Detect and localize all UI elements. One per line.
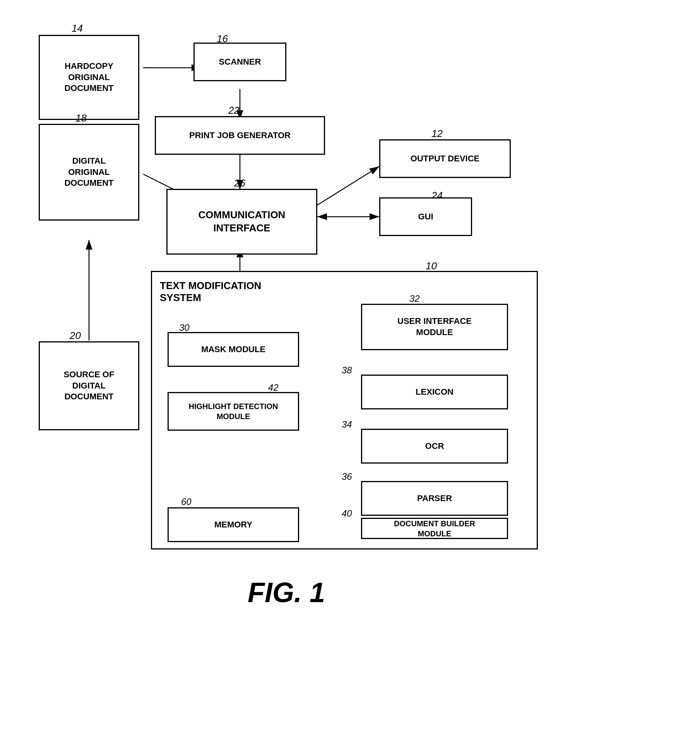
mask-module-box: MASK MODULE bbox=[168, 332, 299, 367]
ref-32: 32 bbox=[409, 293, 420, 304]
ref-26: 26 bbox=[234, 177, 245, 189]
svg-line-5 bbox=[317, 166, 379, 205]
ref-38: 38 bbox=[342, 365, 352, 376]
text-modification-system-box: TEXT MODIFICATIONSYSTEM 30 MASK MODULE 4… bbox=[151, 271, 538, 549]
diagram: 14 HARDCOPYORIGINALDOCUMENT 16 SCANNER 2… bbox=[0, 0, 700, 748]
text-mod-label: TEXT MODIFICATIONSYSTEM bbox=[160, 280, 261, 304]
ref-18: 18 bbox=[75, 112, 87, 124]
ocr-box: OCR bbox=[361, 429, 508, 464]
communication-interface-box: COMMUNICATIONINTERFACE bbox=[166, 189, 317, 255]
source-digital-doc: SOURCE OFDIGITALDOCUMENT bbox=[39, 341, 139, 430]
ref-14: 14 bbox=[72, 22, 83, 34]
ref-22: 22 bbox=[228, 104, 240, 116]
user-interface-module-box: USER INTERFACEMODULE bbox=[361, 304, 508, 350]
ref-20: 20 bbox=[70, 330, 81, 342]
ref-12: 12 bbox=[431, 128, 443, 140]
ref-10: 10 bbox=[426, 260, 437, 272]
document-builder-box: DOCUMENT BUILDERMODULE bbox=[361, 518, 508, 539]
memory-box: MEMORY bbox=[168, 507, 299, 542]
ref-30: 30 bbox=[179, 322, 190, 333]
print-job-generator-box: PRINT JOB GENERATOR bbox=[155, 116, 325, 155]
hardcopy-doc: HARDCOPYORIGINALDOCUMENT bbox=[39, 35, 139, 120]
ref-40: 40 bbox=[342, 508, 352, 519]
ref-36: 36 bbox=[342, 471, 352, 482]
scanner-box: SCANNER bbox=[193, 43, 286, 81]
digital-original-doc: DIGITALORIGINALDOCUMENT bbox=[39, 124, 139, 221]
ref-60: 60 bbox=[181, 496, 192, 507]
lexicon-box: LEXICON bbox=[361, 375, 508, 409]
figure-label: FIG. 1 bbox=[248, 577, 325, 608]
gui-box: GUI bbox=[379, 197, 472, 236]
ref-34: 34 bbox=[342, 419, 352, 430]
highlight-detection-box: HIGHLIGHT DETECTIONMODULE bbox=[168, 392, 299, 431]
output-device-box: OUTPUT DEVICE bbox=[379, 139, 511, 178]
parser-box: PARSER bbox=[361, 481, 508, 516]
ref-42: 42 bbox=[268, 382, 279, 393]
